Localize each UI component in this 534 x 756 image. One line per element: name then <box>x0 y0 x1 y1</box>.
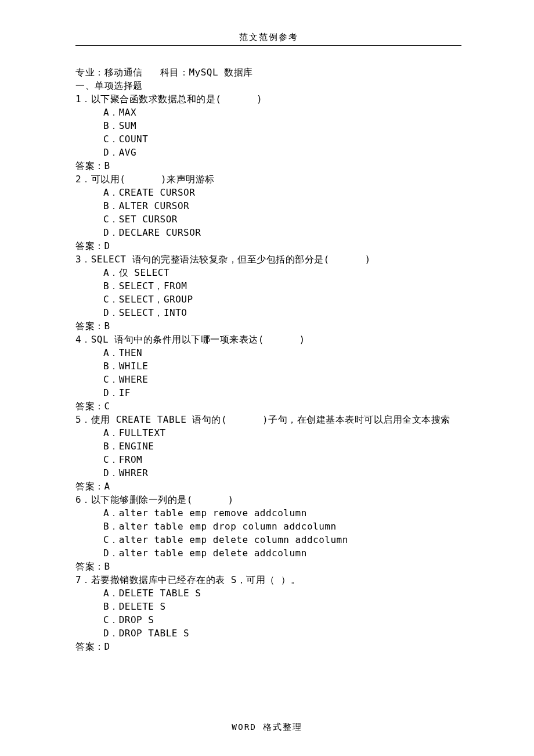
question-answer: 答案：D <box>75 239 461 253</box>
question-answer: 答案：A <box>75 480 461 493</box>
question-option: B．SUM <box>75 119 461 132</box>
question-option: C．alter table emp delete column addcolum… <box>75 533 461 546</box>
header-rule <box>75 45 461 46</box>
question-option: D．WHRER <box>75 466 461 480</box>
question-stem: 7．若要撤销数据库中已经存在的表 S，可用（ ）。 <box>75 573 461 586</box>
section-title: 一、单项选择题 <box>75 79 461 92</box>
question-option: A．MAX <box>75 106 461 119</box>
question-option: D．IF <box>75 386 461 399</box>
question-option: A．alter table emp remove addcolumn <box>75 506 461 520</box>
page-header: 范文范例参考 <box>75 32 461 43</box>
question-option: B．ALTER CURSOR <box>75 199 461 213</box>
question-option: B．alter table emp drop column addcolumn <box>75 520 461 533</box>
question-answer: 答案：D <box>75 640 461 653</box>
question-option: C．DROP S <box>75 613 461 627</box>
question-option: A．FULLTEXT <box>75 426 461 440</box>
page-footer: WORD 格式整理 <box>0 722 534 733</box>
question-option: C．FROM <box>75 453 461 466</box>
questions-container: 1．以下聚合函数求数据总和的是( )A．MAXB．SUMC．COUNTD．AVG… <box>75 92 461 653</box>
subject-value: MySQL 数据库 <box>189 67 252 78</box>
question-stem: 3．SELECT 语句的完整语法较复杂，但至少包括的部分是( ) <box>75 253 461 266</box>
question-answer: 答案：B <box>75 319 461 333</box>
question-answer: 答案：C <box>75 399 461 413</box>
question-option: C．SET CURSOR <box>75 213 461 226</box>
major-label: 专业： <box>75 67 104 78</box>
question-option: C．COUNT <box>75 132 461 146</box>
subject-label: 科目： <box>160 67 189 78</box>
question-option: C．SELECT，GROUP <box>75 293 461 306</box>
question-option: B．DELETE S <box>75 600 461 613</box>
question-answer: 答案：B <box>75 560 461 573</box>
question-option: D．DECLARE CURSOR <box>75 226 461 239</box>
intro-line: 专业：移动通信 科目：MySQL 数据库 <box>75 66 461 79</box>
question-stem: 6．以下能够删除一列的是( ) <box>75 493 461 506</box>
question-option: A．DELETE TABLE S <box>75 586 461 600</box>
question-stem: 5．使用 CREATE TABLE 语句的( )子句，在创建基本表时可以启用全文… <box>75 413 461 426</box>
question-option: B．ENGINE <box>75 440 461 453</box>
question-option: D．alter table emp delete addcolumn <box>75 546 461 560</box>
question-option: D．AVG <box>75 146 461 159</box>
question-option: A．CREATE CURSOR <box>75 186 461 199</box>
question-option: A．仅 SELECT <box>75 266 461 279</box>
question-option: A．THEN <box>75 346 461 359</box>
major-value: 移动通信 <box>104 67 143 78</box>
question-option: D．DROP TABLE S <box>75 627 461 640</box>
question-option: B．SELECT，FROM <box>75 279 461 293</box>
question-stem: 1．以下聚合函数求数据总和的是( ) <box>75 92 461 106</box>
question-option: B．WHILE <box>75 359 461 373</box>
page: 范文范例参考 专业：移动通信 科目：MySQL 数据库 一、单项选择题 1．以下… <box>0 0 534 756</box>
question-option: D．SELECT，INTO <box>75 306 461 319</box>
question-stem: 4．SQL 语句中的条件用以下哪一项来表达( ) <box>75 333 461 346</box>
question-option: C．WHERE <box>75 373 461 386</box>
content: 专业：移动通信 科目：MySQL 数据库 一、单项选择题 1．以下聚合函数求数据… <box>75 66 461 653</box>
question-stem: 2．可以用( )来声明游标 <box>75 172 461 186</box>
question-answer: 答案：B <box>75 159 461 172</box>
